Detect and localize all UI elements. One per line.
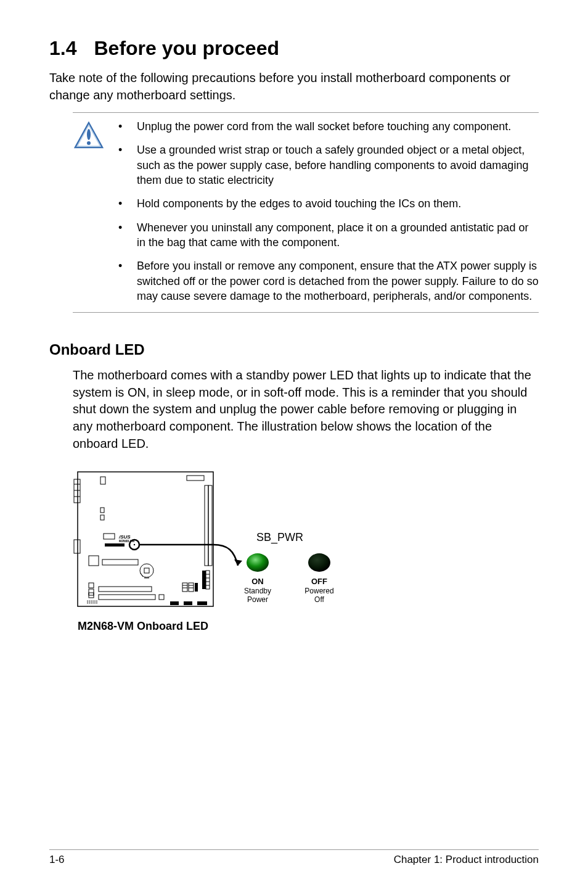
onboard-led-paragraph: The motherboard comes with a standby pow… bbox=[73, 367, 539, 452]
svg-rect-13 bbox=[187, 476, 204, 481]
section-heading: 1.4 Before you proceed bbox=[49, 37, 539, 60]
bullet-icon: • bbox=[118, 220, 137, 250]
svg-rect-54 bbox=[184, 601, 192, 605]
caution-text: Hold components by the edges to avoid to… bbox=[137, 196, 539, 211]
svg-rect-33 bbox=[159, 595, 164, 600]
chapter-label: Chapter 1: Product introduction bbox=[394, 854, 539, 866]
section-title: Before you proceed bbox=[94, 37, 279, 60]
page-footer: 1-6 Chapter 1: Product introduction bbox=[49, 849, 539, 866]
svg-rect-22 bbox=[89, 556, 99, 566]
svg-text:Standby: Standby bbox=[244, 587, 271, 595]
page-number: 1-6 bbox=[49, 854, 65, 866]
bullet-icon: • bbox=[118, 196, 137, 211]
intro-paragraph: Take note of the following precautions b… bbox=[49, 70, 539, 104]
svg-point-63 bbox=[308, 553, 330, 572]
svg-rect-52 bbox=[195, 583, 198, 592]
svg-rect-23 bbox=[102, 559, 138, 565]
svg-rect-32 bbox=[99, 595, 155, 600]
svg-line-26 bbox=[141, 573, 143, 577]
caution-list: • Unplug the power cord from the wall so… bbox=[118, 119, 539, 306]
svg-rect-16 bbox=[104, 534, 115, 539]
svg-rect-30 bbox=[89, 593, 94, 595]
caution-text: Unplug the power cord from the wall sock… bbox=[137, 119, 539, 134]
svg-point-2 bbox=[87, 129, 91, 140]
svg-text:ON: ON bbox=[251, 577, 264, 586]
svg-rect-11 bbox=[100, 508, 104, 513]
svg-rect-40 bbox=[202, 571, 206, 589]
svg-rect-46 bbox=[182, 583, 187, 592]
svg-rect-12 bbox=[100, 515, 104, 520]
svg-rect-53 bbox=[170, 601, 179, 605]
bullet-icon: • bbox=[118, 119, 137, 134]
svg-rect-4 bbox=[78, 472, 213, 606]
caution-text: Use a grounded wrist strap or touch a sa… bbox=[137, 142, 539, 188]
svg-rect-29 bbox=[89, 589, 94, 598]
list-item: • Unplug the power cord from the wall so… bbox=[118, 119, 539, 134]
bullet-icon: • bbox=[118, 142, 137, 188]
caution-icon bbox=[73, 119, 105, 306]
svg-rect-41 bbox=[206, 571, 210, 589]
onboard-led-diagram: /SUS M2N68-VM bbox=[73, 467, 369, 633]
svg-text:Powered: Powered bbox=[304, 587, 333, 595]
onboard-led-heading: Onboard LED bbox=[49, 341, 539, 358]
section-number: 1.4 bbox=[49, 37, 76, 60]
svg-rect-9 bbox=[74, 540, 80, 553]
caution-text: Whenever you uninstall any component, pl… bbox=[137, 220, 539, 250]
diagram-caption: M2N68-VM Onboard LED bbox=[78, 620, 369, 633]
svg-marker-57 bbox=[234, 559, 242, 566]
svg-rect-25 bbox=[144, 568, 149, 573]
list-item: • Whenever you uninstall any component, … bbox=[118, 220, 539, 250]
svg-point-59 bbox=[247, 553, 269, 572]
list-item: • Before you install or remove any compo… bbox=[118, 258, 539, 303]
svg-rect-55 bbox=[197, 601, 207, 605]
svg-point-21 bbox=[134, 544, 135, 545]
svg-rect-14 bbox=[205, 485, 208, 566]
caution-box: • Unplug the power cord from the wall so… bbox=[73, 112, 539, 313]
svg-text:SB_PWR: SB_PWR bbox=[256, 531, 303, 544]
svg-rect-5 bbox=[74, 479, 80, 503]
svg-text:Power: Power bbox=[247, 595, 268, 604]
svg-rect-19 bbox=[105, 543, 125, 547]
list-item: • Hold components by the edges to avoid … bbox=[118, 196, 539, 211]
svg-rect-49 bbox=[189, 583, 194, 592]
svg-rect-31 bbox=[99, 587, 152, 592]
bullet-icon: • bbox=[118, 258, 137, 303]
caution-text: Before you install or remove any compone… bbox=[137, 258, 539, 303]
svg-rect-15 bbox=[208, 485, 212, 566]
svg-text:Off: Off bbox=[314, 595, 324, 604]
list-item: • Use a grounded wrist strap or touch a … bbox=[118, 142, 539, 188]
svg-rect-28 bbox=[89, 583, 94, 588]
svg-rect-10 bbox=[100, 477, 105, 484]
svg-text:OFF: OFF bbox=[311, 577, 327, 586]
svg-point-3 bbox=[87, 141, 91, 145]
